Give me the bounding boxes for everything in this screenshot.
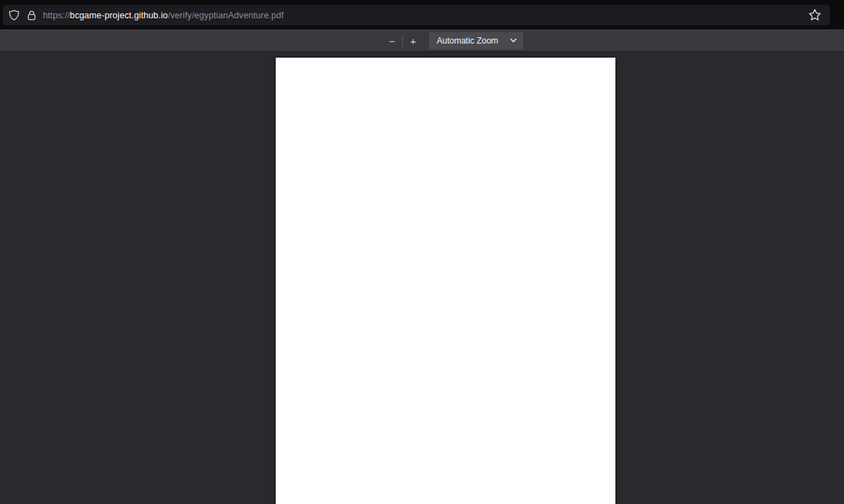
url-text[interactable]: https://bcgame-project.github.io/verify/… — [43, 11, 283, 20]
url-bar[interactable]: https://bcgame-project.github.io/verify/… — [3, 5, 830, 25]
bookmark-button[interactable] — [808, 8, 821, 22]
pdf-viewer-area — [0, 52, 844, 504]
zoom-in-button[interactable]: + — [405, 32, 421, 49]
pdf-page — [276, 58, 615, 504]
pdf-viewer-toolbar: − + Automatic Zoom — [0, 29, 844, 52]
zoom-controls: − + Automatic Zoom — [384, 32, 523, 49]
url-domain: bcgame-project.github.io — [70, 11, 167, 20]
zoom-level-select[interactable]: Automatic Zoom — [429, 32, 523, 49]
zoom-out-button[interactable]: − — [384, 32, 400, 49]
site-security-button[interactable] — [27, 10, 37, 21]
shield-icon — [8, 9, 20, 21]
chevron-down-icon — [510, 39, 517, 43]
lock-icon — [27, 10, 37, 21]
toolbar-separator — [402, 34, 403, 46]
browser-top-chrome: https://bcgame-project.github.io/verify/… — [0, 0, 844, 29]
zoom-level-value: Automatic Zoom — [437, 36, 510, 46]
star-icon — [808, 8, 821, 22]
tracking-protection-button[interactable] — [8, 9, 20, 21]
url-path: /verify/egyptianAdventure.pdf — [168, 11, 284, 20]
url-scheme: https:// — [43, 11, 70, 20]
